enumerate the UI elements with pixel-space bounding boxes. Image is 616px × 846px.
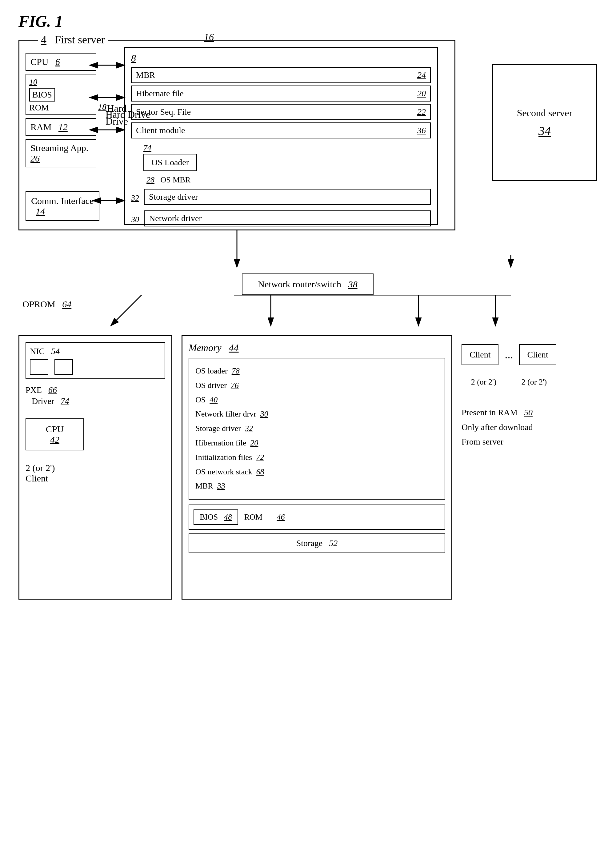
network-router-box: Network router/switch 38: [242, 273, 373, 295]
network-router-row: Network router/switch 38: [18, 273, 597, 295]
bottom-section: OPROM 64 NIC 54 PXE: [18, 335, 597, 599]
port-1: [30, 359, 48, 375]
nic-ports: [30, 359, 161, 375]
memory-item-0: OS loader 78: [196, 364, 438, 378]
cpu-bottom-box: CPU 42: [25, 419, 84, 450]
oprom-label: OPROM 64: [22, 299, 71, 310]
second-server-box: Second server 34: [492, 64, 597, 181]
router-arrows-svg: [18, 295, 597, 332]
first-server-arrows: [19, 41, 454, 229]
memory-box: Memory 44 OS loader 78 OS driver 76: [182, 335, 452, 599]
pxe-label: PXE 66: [25, 385, 165, 395]
memory-item-1: OS driver 76: [196, 378, 438, 393]
client-bottom-label: 2 (or 2') Client: [25, 463, 165, 483]
bios-rom-row: BIOS 48 ROM 46: [189, 505, 445, 530]
dots: ...: [504, 348, 513, 361]
bios-small-box: BIOS 48: [194, 510, 238, 525]
memory-item-3: Network filter drvr 30: [196, 407, 438, 422]
memory-title: Memory 44: [189, 342, 445, 354]
svg-line-9: [111, 295, 141, 326]
memory-item-8: MBR 33: [196, 479, 438, 494]
client-pair-top: Client ... Client: [462, 344, 556, 365]
nic-box: NIC 54: [25, 342, 165, 379]
right-side: Client ... Client 2 (or 2') 2 (or 2') Pr…: [462, 335, 556, 449]
client-refs: 2 (or 2') 2 (or 2'): [462, 377, 556, 387]
figure-title: FIG. 1: [18, 12, 598, 31]
client-box-2: Client: [519, 344, 556, 365]
client-box-1: Client: [462, 344, 498, 365]
memory-item-2: OS 40: [196, 393, 438, 407]
client-main-box: OPROM 64 NIC 54 PXE: [18, 335, 172, 599]
memory-item-6: Initialization files 72: [196, 450, 438, 465]
first-server-box: 4 First server 16 CPU 6 10: [18, 40, 456, 231]
present-in-ram: Present in RAM 50 Only after download Fr…: [462, 405, 556, 449]
storage-box: Storage 52: [189, 533, 445, 553]
driver-label: Driver 74: [32, 396, 165, 406]
memory-items-box: OS loader 78 OS driver 76 OS 40 Network …: [189, 358, 445, 499]
memory-item-5: Hibernation file 20: [196, 436, 438, 450]
memory-item-4: Storage driver 32: [196, 422, 438, 436]
page-root: FIG. 1 4 First server 16 CPU 6: [18, 12, 598, 599]
memory-item-7: OS network stack 68: [196, 465, 438, 479]
port-2: [54, 359, 73, 375]
